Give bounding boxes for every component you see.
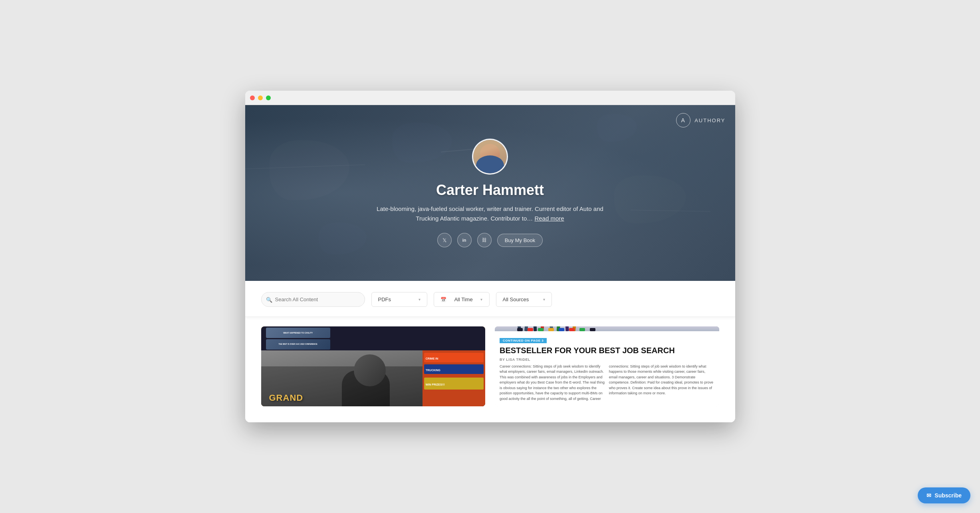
- time-filter-dropdown[interactable]: 📅 All Time ▾: [434, 292, 490, 307]
- twitter-button[interactable]: 𝕏: [437, 233, 452, 247]
- envelope-icon: ✉: [926, 492, 931, 499]
- authory-name: AUTHORY: [694, 117, 725, 123]
- text-article: CONTINUED ON PAGE 3 BESTSELLER FOR YOUR …: [495, 326, 719, 406]
- avatar: [472, 139, 508, 175]
- avatar-face: [473, 140, 507, 173]
- source-filter-dropdown[interactable]: All Sources ▾: [496, 292, 552, 307]
- browser-chrome: [245, 91, 735, 105]
- search-icon: 🔍: [266, 296, 272, 302]
- chevron-down-icon: ▾: [419, 297, 421, 302]
- article-card-text[interactable]: CONTINUED ON PAGE 3 BESTSELLER FOR YOUR …: [495, 326, 719, 406]
- source-filter-label: All Sources: [503, 296, 529, 302]
- read-more-link[interactable]: Read more: [534, 215, 564, 222]
- author-name: Carter Hammett: [436, 182, 544, 199]
- article-byline: BY LISA TRIDEL: [500, 358, 714, 362]
- buy-book-button[interactable]: Buy My Book: [497, 234, 543, 247]
- subscribe-label: Subscribe: [934, 492, 962, 499]
- runners-silhouette: [495, 326, 719, 331]
- calendar-icon: 📅: [440, 297, 446, 302]
- magazine-cover: WHAT HAPPENED TO CIVILITY THE WAIT IS OV…: [261, 326, 486, 406]
- social-bar: 𝕏 in ⛓ Buy My Book: [437, 233, 543, 247]
- content-area: 🔍 PDFs ▾ 📅 All Time ▾ All Sources ▾: [245, 281, 735, 422]
- text-article-image: CONTINUED ON PAGE 3 BESTSELLER FOR YOUR …: [495, 326, 719, 406]
- link-button[interactable]: ⛓: [477, 233, 492, 247]
- article-badge: CONTINUED ON PAGE 3: [500, 338, 547, 343]
- article-card-magazine[interactable]: WHAT HAPPENED TO CIVILITY THE WAIT IS OV…: [261, 326, 486, 406]
- authory-logo[interactable]: A AUTHORY: [676, 113, 725, 127]
- text-article-body: CONTINUED ON PAGE 3 BESTSELLER FOR YOUR …: [495, 331, 719, 407]
- minimize-dot[interactable]: [258, 95, 263, 100]
- chevron-down-icon-2: ▾: [480, 297, 482, 302]
- article-headline: BESTSELLER FOR YOUR BEST JOB SEARCH: [500, 346, 714, 355]
- filter-bar: 🔍 PDFs ▾ 📅 All Time ▾ All Sources ▾: [245, 281, 735, 317]
- search-wrapper: 🔍: [261, 292, 365, 307]
- mag-item-2-text: THE WAIT IS OVER! AAC 2022 CONFERENCE: [278, 343, 317, 345]
- subscribe-button[interactable]: ✉ Subscribe: [918, 487, 970, 503]
- mag-trucking-text: TRUCKING: [426, 369, 440, 372]
- linkedin-icon: in: [462, 238, 466, 243]
- type-filter-dropdown[interactable]: PDFs ▾: [371, 292, 427, 307]
- articles-grid: WHAT HAPPENED TO CIVILITY THE WAIT IS OV…: [245, 326, 735, 422]
- avatar-body: [476, 155, 504, 173]
- hero-content: Carter Hammett Late-blooming, java-fuele…: [366, 139, 614, 247]
- mag-win-text: WIN PRIZES!!!: [426, 383, 445, 386]
- type-filter-label: PDFs: [378, 296, 391, 302]
- mag-item-1-text: WHAT HAPPENED TO CIVILITY: [283, 332, 313, 334]
- fullscreen-dot[interactable]: [266, 95, 271, 100]
- close-dot[interactable]: [250, 95, 255, 100]
- mag-header: WHAT HAPPENED TO CIVILITY THE WAIT IS OV…: [261, 326, 486, 350]
- mag-sidebar: CRIME IN TRUCKING WIN PRIZES!!!: [423, 350, 485, 406]
- hero-section: A AUTHORY Carter Hammett Late-blooming, …: [245, 105, 735, 281]
- author-bio: Late-blooming, java-fueled social worker…: [374, 204, 606, 223]
- mag-crime-text: CRIME IN: [426, 357, 438, 360]
- authory-circle-icon: A: [676, 113, 690, 127]
- article-body-text: Career connections: Sitting steps of job…: [500, 364, 714, 402]
- runners-image: [495, 326, 719, 331]
- mag-main-area: GRAND CRIME IN TRUCKING: [261, 350, 486, 406]
- chevron-down-icon-3: ▾: [543, 297, 545, 302]
- magazine-cover-image: WHAT HAPPENED TO CIVILITY THE WAIT IS OV…: [261, 326, 486, 406]
- mag-grand-text: GRAND: [264, 390, 308, 406]
- browser-window: A AUTHORY Carter Hammett Late-blooming, …: [245, 91, 735, 422]
- search-input[interactable]: [261, 292, 365, 307]
- link-icon: ⛓: [482, 237, 487, 243]
- linkedin-button[interactable]: in: [457, 233, 472, 247]
- twitter-icon: 𝕏: [442, 237, 446, 243]
- time-filter-label: All Time: [454, 296, 472, 302]
